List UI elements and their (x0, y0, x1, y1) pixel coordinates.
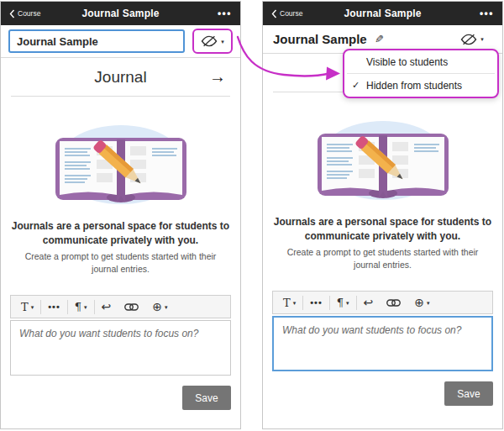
eye-off-icon (201, 35, 218, 47)
app-header-title: Journal Sample (323, 8, 442, 19)
chevron-left-icon (271, 9, 277, 18)
back-button[interactable]: Course (271, 9, 323, 18)
plus-circle-icon: ⊕ (414, 296, 424, 309)
arrow-right-icon: → (209, 67, 226, 87)
menu-item-label: Hidden from students (366, 80, 462, 92)
paragraph-button[interactable]: ¶▾ (68, 296, 94, 318)
insert-content-button[interactable]: ⊕▾ (407, 292, 436, 313)
chevron-down-icon: ▾ (31, 304, 34, 310)
chevron-down-icon: ▾ (165, 304, 168, 310)
more-formats-button[interactable]: ••• (303, 292, 329, 313)
save-button[interactable]: Save (182, 386, 231, 410)
edit-pencil-icon[interactable]: ✎ (375, 33, 384, 45)
journal-headline: Journals are a personal space for studen… (10, 219, 231, 248)
visibility-dropdown: Visible to students ✓ Hidden from studen… (343, 49, 499, 98)
link-icon (386, 299, 401, 307)
plus-circle-icon: ⊕ (152, 300, 162, 313)
journal-link[interactable]: Journal → (1, 58, 240, 96)
prompt-input[interactable] (10, 320, 231, 376)
chevron-down-icon: ▾ (346, 300, 349, 306)
right-phone-screen: Course Journal Sample ••• Journal Sample… (262, 1, 503, 429)
paragraph-button[interactable]: ¶▾ (330, 292, 356, 313)
menu-item-label: Visible to students (366, 56, 448, 68)
insert-link-button[interactable] (380, 292, 407, 313)
undo-icon: ↩ (102, 300, 112, 313)
more-formats-button[interactable]: ••• (41, 296, 67, 318)
journal-link-label: Journal (94, 68, 146, 87)
editor-toolbar: T▾ ••• ¶▾ ↩ ⊕▾ (10, 295, 231, 318)
menu-item-hidden[interactable]: ✓ Hidden from students (344, 74, 497, 97)
journal-illustration (263, 100, 502, 204)
save-row: Save (272, 381, 493, 406)
journal-illustration (1, 104, 240, 208)
save-button[interactable]: Save (444, 381, 493, 406)
overflow-menu-icon[interactable]: ••• (180, 8, 232, 19)
overflow-menu-icon[interactable]: ••• (442, 8, 494, 19)
back-button[interactable]: Course (9, 9, 61, 18)
journal-subtext: Create a prompt to get students started … (13, 250, 228, 276)
chevron-left-icon (9, 9, 15, 18)
chevron-down-icon: ▾ (293, 300, 297, 306)
editor-toolbar: T▾ ••• ¶▾ ↩ ⊕▾ (272, 291, 493, 314)
title-edit-bar: ▾ (1, 25, 240, 58)
visibility-button[interactable]: ▾ (192, 29, 233, 54)
insert-link-button[interactable] (118, 296, 145, 318)
prompt-editor: T▾ ••• ¶▾ ↩ ⊕▾ (10, 295, 231, 376)
app-header-title: Journal Sample (61, 8, 180, 19)
prompt-input[interactable] (272, 316, 493, 371)
app-header: Course Journal Sample ••• (263, 2, 502, 25)
menu-item-visible[interactable]: Visible to students (344, 50, 497, 73)
journal-title-input[interactable] (8, 29, 185, 53)
check-icon: ✓ (352, 80, 366, 91)
journal-headline: Journals are a personal space for studen… (272, 215, 493, 244)
back-label: Course (280, 9, 302, 18)
left-phone-screen: Course Journal Sample ••• ▾ Journal → Jo… (0, 1, 241, 429)
back-label: Course (18, 9, 40, 18)
eye-off-icon (460, 34, 477, 45)
chevron-down-icon: ▾ (427, 300, 430, 306)
chevron-down-icon: ▾ (84, 304, 87, 310)
undo-button[interactable]: ↩ (95, 296, 118, 318)
link-icon (124, 303, 139, 311)
visibility-button[interactable]: ▾ (452, 27, 492, 52)
journal-subtext: Create a prompt to get students started … (275, 246, 491, 271)
chevron-down-icon: ▾ (480, 36, 484, 42)
divider (11, 96, 230, 97)
save-row: Save (10, 386, 231, 410)
text-style-button[interactable]: T▾ (14, 296, 40, 318)
undo-button[interactable]: ↩ (357, 292, 381, 313)
prompt-editor: T▾ ••• ¶▾ ↩ ⊕▾ (272, 291, 493, 371)
insert-content-button[interactable]: ⊕▾ (145, 296, 174, 318)
undo-icon: ↩ (364, 296, 374, 309)
page-title: Journal Sample (273, 32, 367, 46)
text-style-button[interactable]: T▾ (276, 292, 302, 313)
chevron-down-icon: ▾ (221, 39, 224, 45)
app-header: Course Journal Sample ••• (1, 2, 240, 25)
